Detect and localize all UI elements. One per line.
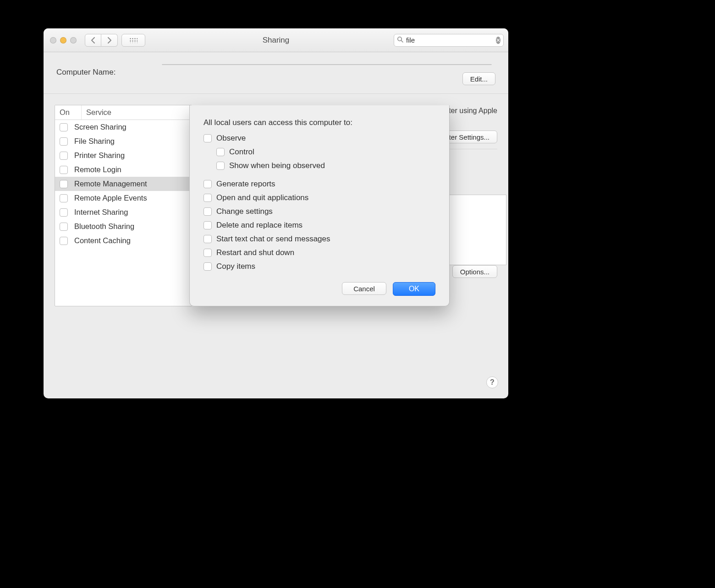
nav-back-forward	[85, 34, 118, 47]
permission-option[interactable]: Delete and replace items	[204, 221, 435, 230]
permission-option[interactable]: Observe	[204, 134, 435, 143]
permission-option[interactable]: Change settings	[204, 207, 435, 216]
services-header: On Service	[55, 105, 192, 120]
service-label: Remote Login	[74, 165, 121, 174]
clear-search-button[interactable]: ✕	[496, 37, 500, 44]
grid-icon	[129, 38, 138, 43]
service-label: Remote Management	[74, 180, 147, 188]
permission-label: Copy items	[216, 262, 255, 271]
forward-button[interactable]	[101, 34, 118, 47]
service-label: Printer Sharing	[74, 151, 125, 160]
content: Computer Name: Edit... On Service Screen…	[44, 52, 508, 398]
service-row[interactable]: Internet Sharing	[55, 205, 192, 219]
services-table: On Service Screen SharingFile SharingPri…	[55, 105, 192, 306]
back-button[interactable]	[85, 34, 101, 47]
permission-label: Restart and shut down	[216, 248, 294, 257]
search-input[interactable]	[406, 36, 493, 44]
col-on: On	[55, 105, 82, 120]
preferences-window: Sharing ✕ Computer Name: Edit... On Serv…	[44, 28, 508, 398]
permission-option[interactable]: Start text chat or send messages	[204, 234, 435, 244]
permission-label: Observe	[216, 134, 246, 143]
col-service: Service	[82, 105, 116, 120]
permission-checkbox[interactable]	[204, 194, 212, 202]
permission-label: Delete and replace items	[216, 221, 302, 230]
sheet-title: All local users can access this computer…	[204, 118, 435, 127]
search-field[interactable]: ✕	[394, 34, 504, 47]
service-checkbox[interactable]	[60, 123, 68, 131]
computer-name-section: Computer Name: Edit...	[44, 52, 508, 94]
permission-checkbox[interactable]	[204, 207, 212, 216]
permission-option[interactable]: Show when being observed	[216, 161, 435, 170]
permissions-sheet: All local users can access this computer…	[189, 105, 450, 306]
show-all-button[interactable]	[121, 34, 145, 47]
permission-checkbox[interactable]	[216, 148, 225, 156]
sheet-actions: Cancel OK	[204, 282, 435, 296]
service-row[interactable]: Remote Management	[55, 177, 192, 191]
service-label: Screen Sharing	[74, 123, 126, 131]
service-checkbox[interactable]	[60, 166, 68, 174]
service-checkbox[interactable]	[60, 137, 68, 146]
permission-checkbox[interactable]	[216, 162, 225, 170]
service-checkbox[interactable]	[60, 237, 68, 245]
service-checkbox[interactable]	[60, 180, 68, 188]
service-label: Internet Sharing	[74, 208, 128, 217]
service-label: Content Caching	[74, 236, 131, 245]
options-button[interactable]: Options...	[452, 265, 497, 278]
permission-checkbox[interactable]	[204, 235, 212, 243]
permission-label: Open and quit applications	[216, 193, 308, 202]
cancel-button[interactable]: Cancel	[342, 282, 386, 295]
permission-checkbox[interactable]	[204, 134, 212, 142]
permission-checkbox[interactable]	[204, 221, 212, 229]
permission-option[interactable]: Generate reports	[204, 180, 435, 189]
computer-name-field[interactable]	[162, 64, 492, 65]
service-row[interactable]: Bluetooth Sharing	[55, 219, 192, 234]
zoom-window-button[interactable]	[70, 37, 77, 44]
service-label: Bluetooth Sharing	[74, 222, 134, 231]
permission-checkbox[interactable]	[204, 262, 212, 271]
service-checkbox[interactable]	[60, 194, 68, 202]
service-row[interactable]: Remote Apple Events	[55, 191, 192, 205]
window-controls	[50, 37, 77, 44]
chevron-right-icon	[107, 37, 112, 44]
svg-line-1	[401, 40, 403, 42]
permission-option[interactable]: Control	[216, 147, 435, 157]
search-icon	[397, 36, 403, 44]
service-row[interactable]: Content Caching	[55, 234, 192, 248]
permission-label: Generate reports	[216, 180, 275, 189]
computer-name-label: Computer Name:	[56, 68, 116, 77]
edit-button[interactable]: Edit...	[462, 72, 495, 85]
close-window-button[interactable]	[50, 37, 56, 44]
permission-label: Change settings	[216, 207, 273, 216]
minimize-window-button[interactable]	[60, 37, 66, 44]
chevron-left-icon	[91, 37, 95, 44]
service-row[interactable]: Screen Sharing	[55, 120, 192, 134]
service-label: File Sharing	[74, 137, 115, 146]
ok-button[interactable]: OK	[393, 282, 435, 296]
service-row[interactable]: Printer Sharing	[55, 148, 192, 163]
permission-option[interactable]: Copy items	[204, 262, 435, 271]
service-checkbox[interactable]	[60, 208, 68, 217]
permission-option[interactable]: Open and quit applications	[204, 193, 435, 202]
permission-label: Show when being observed	[229, 161, 325, 170]
service-label: Remote Apple Events	[74, 194, 147, 202]
permission-option[interactable]: Restart and shut down	[204, 248, 435, 257]
permission-label: Control	[229, 147, 254, 157]
toolbar: Sharing ✕	[44, 28, 508, 52]
permission-checkbox[interactable]	[204, 180, 212, 188]
service-row[interactable]: Remote Login	[55, 163, 192, 177]
service-checkbox[interactable]	[60, 223, 68, 231]
permission-label: Start text chat or send messages	[216, 234, 330, 244]
help-icon: ?	[490, 378, 495, 387]
permission-checkbox[interactable]	[204, 249, 212, 257]
help-button[interactable]: ?	[486, 376, 498, 388]
service-checkbox[interactable]	[60, 152, 68, 160]
service-row[interactable]: File Sharing	[55, 134, 192, 148]
